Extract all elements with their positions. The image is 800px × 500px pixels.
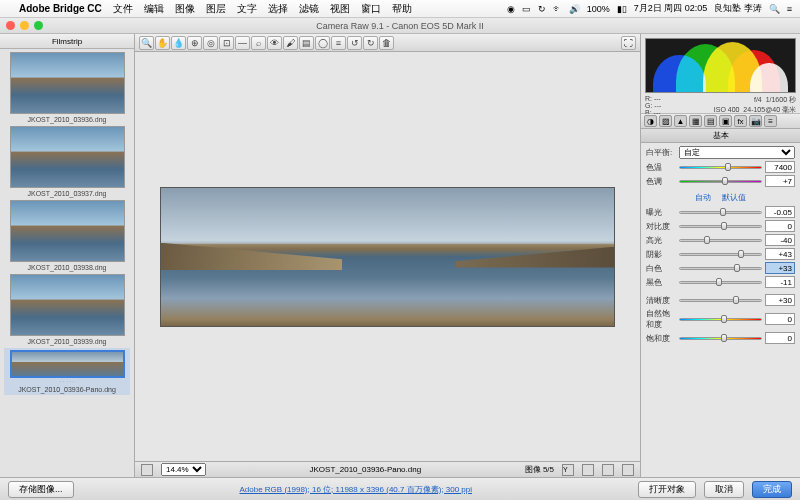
prefs-icon[interactable]: ≡ — [331, 36, 346, 50]
slider-value[interactable]: +30 — [765, 294, 795, 306]
slider-value[interactable]: 0 — [765, 220, 795, 232]
tab-hsl-icon[interactable]: ▦ — [689, 115, 702, 127]
slider-value[interactable]: -11 — [765, 276, 795, 288]
slider-track[interactable] — [679, 176, 762, 186]
slider-value[interactable]: 0 — [765, 332, 795, 344]
auto-link[interactable]: 自动 — [695, 193, 711, 202]
rotate-cw-icon[interactable]: ↻ — [363, 36, 378, 50]
close-icon[interactable] — [6, 21, 15, 30]
cancel-button[interactable]: 取消 — [704, 481, 744, 498]
slider-value[interactable]: +7 — [765, 175, 795, 187]
screen-icon[interactable]: ▭ — [522, 4, 531, 14]
menu-select[interactable]: 选择 — [268, 2, 288, 16]
zoom-select[interactable]: 14.4% — [161, 463, 206, 476]
spotlight-icon[interactable]: 🔍 — [769, 4, 780, 14]
histogram-graph[interactable] — [645, 38, 796, 93]
menu-view[interactable]: 视图 — [330, 2, 350, 16]
menu-image[interactable]: 图像 — [175, 2, 195, 16]
straighten-icon[interactable]: — — [235, 36, 250, 50]
zoom-icon[interactable] — [34, 21, 43, 30]
slider-track[interactable] — [679, 235, 762, 245]
tab-lens-icon[interactable]: ▣ — [719, 115, 732, 127]
fullscreen-icon[interactable]: ⛶ — [621, 36, 636, 50]
tab-curve-icon[interactable]: ▨ — [659, 115, 672, 127]
radial-filter-icon[interactable]: ◯ — [315, 36, 330, 50]
tab-detail-icon[interactable]: ▲ — [674, 115, 687, 127]
volume-icon[interactable]: 🔊 — [569, 4, 580, 14]
menu-type[interactable]: 文字 — [237, 2, 257, 16]
slider-track[interactable] — [679, 207, 762, 217]
preview-image — [160, 187, 615, 327]
slider-value[interactable]: +43 — [765, 248, 795, 260]
app-name[interactable]: Adobe Bridge CC — [19, 3, 102, 14]
slider-track[interactable] — [679, 314, 762, 324]
spot-removal-icon[interactable]: ⌕ — [251, 36, 266, 50]
mac-menubar: Adobe Bridge CC 文件 编辑 图像 图层 文字 选择 滤镜 视图 … — [0, 0, 800, 18]
slider-track[interactable] — [679, 263, 762, 273]
menu-edit[interactable]: 编辑 — [144, 2, 164, 16]
slider-value[interactable]: 7400 — [765, 161, 795, 173]
cc-icon[interactable]: ◉ — [507, 4, 515, 14]
wifi-icon[interactable]: ᯤ — [553, 4, 562, 14]
view-opt-4-icon[interactable] — [622, 464, 634, 476]
slider-value[interactable]: 0 — [765, 313, 795, 325]
wb-select[interactable]: 自定 — [679, 146, 795, 159]
mode-toggle-icon[interactable] — [141, 464, 153, 476]
slider-value[interactable]: -40 — [765, 234, 795, 246]
redeye-icon[interactable]: 👁 — [267, 36, 282, 50]
slider-track[interactable] — [679, 277, 762, 287]
sync-icon[interactable]: ↻ — [538, 4, 546, 14]
wb-label: 白平衡: — [646, 147, 676, 158]
wb-tool-icon[interactable]: 💧 — [171, 36, 186, 50]
grad-filter-icon[interactable]: ▤ — [299, 36, 314, 50]
color-sampler-icon[interactable]: ⊕ — [187, 36, 202, 50]
done-button[interactable]: 完成 — [752, 481, 792, 498]
adjustment-brush-icon[interactable]: 🖌 — [283, 36, 298, 50]
mark-delete-icon[interactable]: 🗑 — [379, 36, 394, 50]
open-button[interactable]: 打开对象 — [638, 481, 696, 498]
crop-tool-icon[interactable]: ⊡ — [219, 36, 234, 50]
slider-track[interactable] — [679, 249, 762, 259]
hand-tool-icon[interactable]: ✋ — [155, 36, 170, 50]
thumb-1[interactable]: JKOST_2010_03937.dng — [4, 126, 130, 197]
thumb-0[interactable]: JKOST_2010_03936.dng — [4, 52, 130, 123]
save-image-button[interactable]: 存储图像... — [8, 481, 74, 498]
slider-value[interactable]: -0.05 — [765, 206, 795, 218]
menu-filter[interactable]: 滤镜 — [299, 2, 319, 16]
minimize-icon[interactable] — [20, 21, 29, 30]
menubar-user[interactable]: 良知塾 李涛 — [714, 2, 762, 15]
menu-extra-icon[interactable]: ≡ — [787, 4, 792, 14]
tab-camera-icon[interactable]: 📷 — [749, 115, 762, 127]
rotate-ccw-icon[interactable]: ↺ — [347, 36, 362, 50]
slider-track[interactable] — [679, 162, 762, 172]
thumb-3[interactable]: JKOST_2010_03939.dng — [4, 274, 130, 345]
panel-tabs: ◑ ▨ ▲ ▦ ▤ ▣ fx 📷 ≡ — [641, 114, 800, 129]
slider-track[interactable] — [679, 333, 762, 343]
menu-help[interactable]: 帮助 — [392, 2, 412, 16]
menubar-date[interactable]: 7月2日 周四 02:05 — [634, 2, 708, 15]
view-opt-1-icon[interactable]: Y — [562, 464, 574, 476]
target-adjust-icon[interactable]: ◎ — [203, 36, 218, 50]
menu-file[interactable]: 文件 — [113, 2, 133, 16]
slider-row-5: 黑色 -11 — [646, 276, 795, 288]
preview-area[interactable] — [135, 52, 640, 461]
zoom-tool-icon[interactable]: 🔍 — [139, 36, 154, 50]
view-opt-2-icon[interactable] — [582, 464, 594, 476]
slider-value[interactable]: +33 — [765, 262, 795, 274]
slider-label: 白色 — [646, 263, 676, 274]
menu-window[interactable]: 窗口 — [361, 2, 381, 16]
tab-split-icon[interactable]: ▤ — [704, 115, 717, 127]
workflow-link[interactable]: Adobe RGB (1998); 16 位; 11988 x 3396 (40… — [239, 485, 472, 494]
filmstrip-header[interactable]: Filmstrip — [0, 34, 134, 49]
tab-presets-icon[interactable]: ≡ — [764, 115, 777, 127]
battery-icon[interactable]: ▮▯ — [617, 4, 627, 14]
thumb-2[interactable]: JKOST_2010_03938.dng — [4, 200, 130, 271]
menu-layer[interactable]: 图层 — [206, 2, 226, 16]
tab-basic-icon[interactable]: ◑ — [644, 115, 657, 127]
thumb-4[interactable]: · · · · ·JKOST_2010_03936-Pano.dng — [4, 348, 130, 395]
tab-fx-icon[interactable]: fx — [734, 115, 747, 127]
view-opt-3-icon[interactable] — [602, 464, 614, 476]
slider-track[interactable] — [679, 295, 762, 305]
slider-track[interactable] — [679, 221, 762, 231]
default-link[interactable]: 默认值 — [722, 193, 746, 202]
